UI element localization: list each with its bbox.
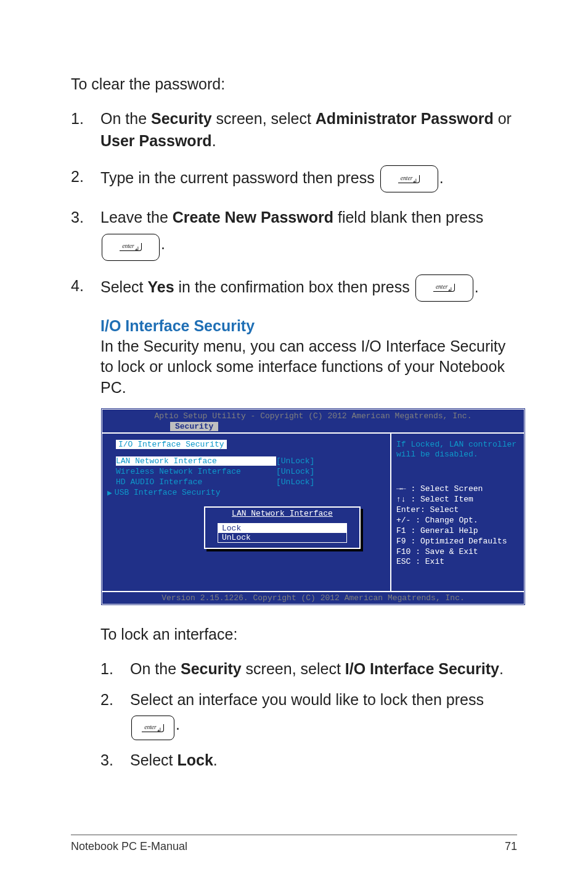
step-body: Leave the Create New Password field blan… (100, 206, 517, 260)
lock-interface-steps: 1. On the Security screen, select I/O In… (100, 658, 517, 772)
bios-body: I/O Interface Security LAN Network Inter… (102, 434, 524, 591)
help-line: F9 : Optimized Defaults (396, 537, 519, 547)
list-item: 3. Leave the Create New Password field b… (71, 206, 517, 260)
enter-key-icon: enter↲ (131, 716, 174, 740)
step-number: 3. (100, 749, 130, 771)
key-label: enter (144, 725, 157, 731)
bios-submenu-label: USB Interface Security (115, 488, 275, 498)
help-line: ↑↓ : Select Item (396, 495, 519, 505)
bios-screenshot: Aptio Setup Utility - Copyright (C) 2012… (100, 408, 526, 606)
enter-key-icon: enter↲ (380, 165, 438, 192)
bios-header: Aptio Setup Utility - Copyright (C) 2012… (102, 410, 524, 434)
text: On the (100, 110, 151, 127)
footer-title: Notebook PC E-Manual (71, 840, 187, 853)
bios-help-top: If Locked, LAN controller will be disabl… (396, 440, 519, 460)
step-number: 1. (71, 107, 100, 152)
list-item: 1. On the Security screen, select Admini… (71, 107, 517, 152)
text: . (475, 278, 479, 295)
bios-row-value: [UnLock] (276, 467, 314, 476)
help-line: +/- : Change Opt. (396, 516, 519, 526)
step-number: 4. (71, 274, 100, 302)
bold: Security (151, 110, 212, 127)
bold: User Password (100, 132, 212, 149)
bios-popup-title: LAN Network Interface (205, 508, 359, 519)
bold: Lock (177, 751, 213, 769)
list-item: 3. Select Lock. (100, 749, 517, 771)
section-paragraph: In the Security menu, you can access I/O… (100, 336, 517, 398)
step-number: 1. (100, 658, 130, 680)
bios-popup-option: Lock (218, 524, 346, 533)
step-body: Select Lock. (130, 749, 517, 771)
clear-password-steps: 1. On the Security screen, select Admini… (71, 107, 517, 302)
text: Type in the current password then press (100, 169, 379, 186)
bios-submenu-row: ▶ USB Interface Security (107, 488, 390, 498)
key-label: enter (436, 284, 448, 291)
bios-panel-title: I/O Interface Security (116, 440, 227, 449)
bold: Administrator Password (316, 110, 494, 127)
arrow-icon: ↲ (447, 287, 452, 293)
arrow-icon: ↲ (157, 727, 161, 733)
text: . (212, 132, 216, 149)
bios-tab-security: Security (170, 422, 218, 431)
bios-help-keys: →← : Select Screen ↑↓ : Select Item Ente… (396, 484, 519, 567)
triangle-icon: ▶ (107, 488, 112, 498)
arrow-icon: ↲ (412, 178, 417, 184)
bios-popup: LAN Network Interface Lock UnLock (204, 506, 361, 549)
help-line: F1 : General Help (396, 526, 519, 537)
step-body: Type in the current password then press … (100, 165, 517, 192)
text: . (499, 660, 504, 677)
help-line: →← : Select Screen (396, 484, 519, 495)
bios-tabs: Security (102, 421, 524, 431)
text: field blank then press (333, 208, 483, 226)
bios-row-label: LAN Network Interface (116, 456, 276, 466)
bold: Security (181, 660, 242, 677)
enter-key-icon: enter↲ (415, 274, 473, 302)
bold: I/O Interface Security (345, 660, 499, 677)
bios-row: HD AUDIO Interface [UnLock] (116, 477, 390, 487)
bios-row-label: HD AUDIO Interface (116, 477, 276, 487)
bios-row: LAN Network Interface [UnLock] (116, 456, 390, 466)
list-item: 2. Select an interface you would like to… (100, 688, 517, 740)
key-label: enter (122, 244, 134, 250)
text: Select (100, 278, 147, 295)
text: Select (130, 751, 177, 769)
text: . (161, 234, 165, 252)
list-item: 2. Type in the current password then pre… (71, 165, 517, 192)
text: . (213, 751, 218, 769)
step-number: 2. (100, 688, 130, 740)
text: in the confirmation box then press (174, 278, 414, 295)
bios-popup-option: UnLock (218, 533, 346, 542)
lock-intro-text: To lock an interface: (100, 624, 517, 645)
page-footer: Notebook PC E-Manual 71 (71, 835, 517, 853)
help-line: F10 : Save & Exit (396, 547, 519, 558)
text: . (439, 169, 444, 186)
text: On the (130, 660, 181, 677)
bios-title: Aptio Setup Utility - Copyright (C) 2012… (155, 411, 472, 421)
list-item: 4. Select Yes in the confirmation box th… (71, 274, 517, 302)
page-number: 71 (505, 840, 517, 853)
bios-row-value: [UnLock] (276, 456, 314, 466)
help-line: ESC : Exit (396, 557, 519, 567)
bios-help-panel: If Locked, LAN controller will be disabl… (391, 434, 524, 591)
step-body: On the Security screen, select I/O Inter… (130, 658, 517, 680)
bios-row-label: Wireless Network Interface (116, 467, 276, 476)
bios-footer: Version 2.15.1226. Copyright (C) 2012 Am… (102, 591, 524, 604)
bios-left-panel: I/O Interface Security LAN Network Inter… (102, 434, 391, 591)
bios-row: Wireless Network Interface [UnLock] (116, 467, 390, 476)
help-line: Enter: Select (396, 505, 519, 516)
intro-text: To clear the password: (71, 74, 517, 95)
text: or (494, 110, 512, 127)
key-label: enter (401, 176, 413, 182)
section-heading: I/O Interface Security (100, 317, 517, 335)
text: screen, select (242, 660, 345, 677)
step-body: Select an interface you would like to lo… (130, 688, 517, 740)
bios-row-value: [UnLock] (276, 477, 314, 487)
list-item: 1. On the Security screen, select I/O In… (100, 658, 517, 680)
bold: Yes (147, 278, 174, 295)
text: Select an interface you would like to lo… (130, 691, 484, 708)
bios-popup-options: Lock UnLock (218, 523, 347, 543)
bold: Create New Password (173, 208, 333, 226)
step-number: 2. (71, 165, 100, 192)
step-number: 3. (71, 206, 100, 260)
step-body: Select Yes in the confirmation box then … (100, 274, 517, 302)
